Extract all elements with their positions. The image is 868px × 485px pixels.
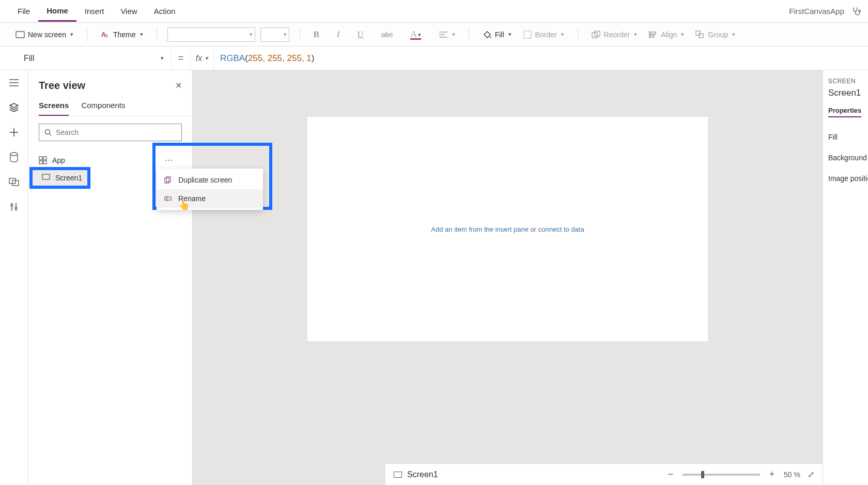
left-rail xyxy=(0,70,28,485)
screen-canvas[interactable]: Add an item from the insert pane or conn… xyxy=(307,117,708,341)
tree-view-icon[interactable] xyxy=(8,101,20,114)
font-size-select[interactable]: ▾ xyxy=(260,27,289,42)
hamburger-icon[interactable] xyxy=(8,77,20,89)
zoom-in-button[interactable]: + xyxy=(767,469,777,480)
prop-row-image-position[interactable]: Image position xyxy=(828,168,863,189)
border-icon xyxy=(523,30,532,39)
menu-insert[interactable]: Insert xyxy=(76,2,113,21)
prop-row-fill[interactable]: Fill xyxy=(828,127,863,147)
tab-properties[interactable]: Properties xyxy=(828,107,861,117)
canvas-area: Add an item from the insert pane or conn… xyxy=(193,70,823,485)
italic-button[interactable]: I xyxy=(334,27,343,42)
align-icon xyxy=(648,30,658,39)
text-align-button[interactable]: ▾ xyxy=(436,29,458,40)
tree-item-label: Screen1 xyxy=(55,174,82,182)
formula-bar: Fill ▾ = fx▾ RGBA(255, 255, 255, 1) xyxy=(0,47,868,70)
border-button[interactable]: Border ▾ xyxy=(520,28,567,41)
screen-icon xyxy=(394,472,402,478)
app-icon xyxy=(39,156,47,164)
group-icon xyxy=(695,30,705,39)
svg-rect-37 xyxy=(165,197,171,200)
search-box[interactable] xyxy=(39,124,182,141)
property-selector[interactable]: Fill ▾ xyxy=(17,47,172,70)
reorder-icon xyxy=(592,30,601,39)
align-label: Align xyxy=(661,31,677,39)
reorder-label: Reorder xyxy=(604,31,630,39)
tab-components[interactable]: Components xyxy=(81,97,125,116)
new-screen-label: New screen xyxy=(28,31,66,39)
props-screen-name: Screen1 xyxy=(828,88,863,98)
svg-rect-30 xyxy=(39,157,42,160)
close-icon[interactable]: ✕ xyxy=(175,81,182,90)
zoom-slider[interactable] xyxy=(683,474,760,476)
zoom-percent: 50 xyxy=(784,471,792,479)
menu-file[interactable]: File xyxy=(9,2,38,21)
new-screen-button[interactable]: New screen ▾ xyxy=(12,28,76,41)
tree-view-panel: Tree view ✕ Screens Components App Scree… xyxy=(28,70,193,485)
tree-item-screen1[interactable]: Screen1 xyxy=(32,169,88,187)
menu-view[interactable]: View xyxy=(112,2,145,21)
svg-rect-32 xyxy=(39,161,42,164)
bold-button[interactable]: B xyxy=(311,27,322,42)
svg-line-29 xyxy=(50,134,51,135)
advanced-tools-icon[interactable] xyxy=(8,201,20,213)
status-screen-name: Screen1 xyxy=(407,470,438,479)
underline-button[interactable]: U xyxy=(354,27,367,42)
menu-home[interactable]: Home xyxy=(38,1,76,22)
formula-input[interactable]: RGBA(255, 255, 255, 1) xyxy=(214,53,314,64)
search-input[interactable] xyxy=(56,128,176,137)
canvas-hint-or: or xyxy=(529,225,538,233)
svg-rect-31 xyxy=(43,157,47,160)
context-menu: Duplicate screen Rename xyxy=(157,169,263,210)
svg-point-27 xyxy=(15,207,17,209)
equals-label: = xyxy=(172,53,190,64)
reorder-button[interactable]: Reorder ▾ xyxy=(588,28,641,41)
svg-point-0 xyxy=(859,10,860,11)
menu-bar: File Home Insert View Action FirstCanvas… xyxy=(0,0,868,23)
fill-button[interactable]: Fill ▾ xyxy=(479,28,515,41)
align-button[interactable]: Align ▾ xyxy=(645,28,687,41)
border-label: Border xyxy=(535,31,557,39)
separator xyxy=(300,27,300,42)
connect-data-link[interactable]: connect to data xyxy=(538,225,584,233)
prop-row-background-image[interactable]: Background image xyxy=(828,147,863,168)
data-icon[interactable] xyxy=(8,151,20,163)
svg-point-25 xyxy=(11,204,13,206)
fit-to-window-icon[interactable]: ⤢ xyxy=(808,469,814,479)
svg-rect-33 xyxy=(43,161,47,164)
ctx-rename[interactable]: Rename xyxy=(157,189,263,208)
svg-rect-14 xyxy=(696,31,700,35)
fx-button[interactable]: fx▾ xyxy=(190,47,214,70)
tree-view-title: Tree view xyxy=(39,80,85,92)
separator xyxy=(87,27,87,42)
media-icon[interactable] xyxy=(8,176,20,188)
theme-button[interactable]: Aa Theme ▾ xyxy=(98,28,146,41)
svg-rect-1 xyxy=(16,32,24,38)
fill-label: Fill xyxy=(495,31,504,39)
paint-bucket-icon xyxy=(483,30,492,39)
more-options-button[interactable]: ⋯ xyxy=(162,153,176,166)
svg-text:a: a xyxy=(105,33,108,38)
insert-icon[interactable] xyxy=(8,126,20,139)
group-button[interactable]: Group ▾ xyxy=(692,28,738,41)
font-color-button[interactable]: A▾ xyxy=(407,27,424,42)
percent-symbol: % xyxy=(794,471,800,479)
tab-screens[interactable]: Screens xyxy=(39,97,69,116)
health-check-icon[interactable] xyxy=(850,6,862,17)
rename-icon xyxy=(164,194,172,203)
slider-thumb[interactable] xyxy=(701,471,704,478)
svg-point-21 xyxy=(10,153,18,156)
svg-point-7 xyxy=(489,36,491,38)
ctx-duplicate-screen[interactable]: Duplicate screen xyxy=(157,171,263,189)
formula-fn: RGBA xyxy=(220,53,245,63)
zoom-out-button[interactable]: − xyxy=(666,469,675,480)
group-label: Group xyxy=(708,31,728,39)
menu-action[interactable]: Action xyxy=(146,2,184,21)
theme-icon: Aa xyxy=(101,30,110,39)
screen-icon xyxy=(16,30,25,39)
separator xyxy=(469,27,469,42)
insert-pane-link[interactable]: Add an item from the insert pane xyxy=(431,225,529,233)
strikethrough-button[interactable]: abc xyxy=(378,28,396,41)
font-family-select[interactable]: ▾ xyxy=(167,27,255,42)
tree-item-label: App xyxy=(52,156,65,164)
